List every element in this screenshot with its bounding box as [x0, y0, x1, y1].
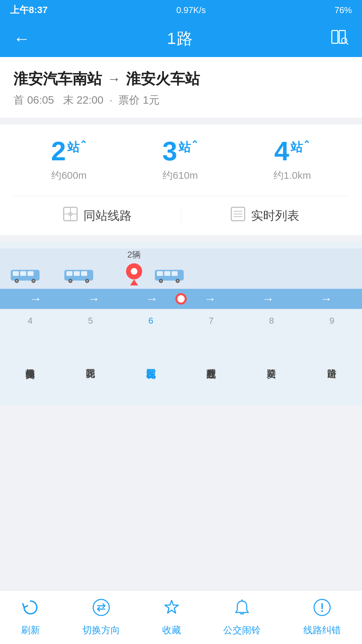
status-network: 0.97K/s [176, 5, 206, 15]
bus-count-badge: 2辆 [127, 249, 141, 261]
svg-marker-30 [130, 279, 138, 285]
nav-bus-alarm[interactable]: 公交闹铃 [223, 598, 261, 637]
stop-number-9: 9 [329, 316, 334, 326]
switch-direction-label: 切换方向 [82, 624, 120, 637]
svg-point-27 [86, 280, 88, 282]
arrow-5: → [262, 292, 274, 306]
stop-name-7: 苏北航务管理处 [204, 328, 218, 395]
arrow-6: → [320, 292, 332, 306]
nav-switch-direction[interactable]: 切换方向 [82, 598, 120, 637]
arrow-3: → [146, 292, 158, 306]
nav-report-error[interactable]: 线路纠错 [303, 598, 341, 637]
favorite-icon [163, 598, 181, 621]
arrow-4: → [204, 292, 216, 306]
stop-name-8: 延安路 [265, 328, 278, 395]
svg-rect-13 [13, 271, 19, 276]
svg-point-38 [177, 280, 179, 282]
bus-count-distance-2: 约610m [163, 169, 198, 182]
route-to: 淮安火车站 [126, 69, 200, 89]
bus-card: 2站⌃ 约600m 3站⌃ 约610m 4站⌃ 约1.0km [0, 124, 362, 235]
svg-point-29 [131, 268, 137, 275]
arrow-2: → [88, 292, 100, 306]
stop-number-8: 8 [269, 316, 274, 326]
report-error-label: 线路纠错 [303, 624, 341, 637]
refresh-label: 刷新 [21, 624, 40, 637]
route-from: 淮安汽车南站 [13, 69, 102, 89]
stop-name-4: 公交城南停保场 [23, 328, 37, 395]
svg-marker-40 [165, 600, 178, 613]
map-icon[interactable] [330, 28, 349, 50]
route-info: 淮安汽车南站 → 淮安火车站 首 06:05 末 22:00 · 票价 1元 [0, 57, 362, 118]
svg-rect-21 [66, 271, 72, 276]
route-meta: 首 06:05 末 22:00 · 票价 1元 [13, 93, 349, 108]
back-button[interactable]: ← [13, 29, 30, 48]
bus-alarm-label: 公交闹铃 [223, 624, 261, 637]
svg-rect-34 [172, 271, 178, 276]
svg-line-3 [346, 43, 348, 44]
refresh-icon [21, 598, 40, 621]
quick-actions: 同站线路 实时列表 [13, 196, 349, 235]
bus-icon-3 [154, 266, 184, 285]
svg-point-39 [93, 599, 109, 615]
svg-rect-15 [27, 271, 34, 276]
bus-icon-1 [10, 266, 40, 285]
bus-count-item-3[interactable]: 4站⌃ 约1.0km [274, 138, 311, 182]
bus-icon-2 [64, 266, 94, 285]
route-direction-arrow: → [107, 71, 121, 87]
bus-count-distance-3: 约1.0km [274, 169, 311, 182]
bus-count-distance-1: 约600m [51, 169, 86, 182]
header: ← 1路 [0, 20, 362, 57]
bus-count-item-1[interactable]: 2站⌃ 约600m [51, 138, 87, 182]
svg-point-45 [321, 610, 323, 612]
bus-count-row: 2站⌃ 约600m 3站⌃ 约610m 4站⌃ 约1.0km [13, 138, 349, 196]
favorite-label: 收藏 [162, 624, 181, 637]
stop-number-6: 6 [148, 316, 153, 326]
nav-favorite[interactable]: 收藏 [162, 598, 181, 637]
stop-item-8[interactable]: 8 延安路 [241, 316, 302, 395]
svg-rect-1 [339, 31, 345, 43]
arrow-1: → [30, 292, 42, 306]
stops-row: 4 公交城南停保场 5 明光花园 6 柯山花园 7 苏北航务管理处 8 延安路 … [0, 309, 362, 405]
svg-point-25 [69, 280, 71, 282]
bus-count-item-2[interactable]: 3站⌃ 约610m [162, 138, 198, 182]
svg-point-17 [16, 280, 18, 282]
same-station-routes-button[interactable]: 同站线路 [13, 206, 181, 225]
current-stop-dot [175, 293, 187, 305]
bus-track: 2辆 → → → [0, 242, 362, 405]
same-station-label: 同站线路 [83, 208, 132, 224]
svg-rect-14 [20, 271, 26, 276]
stop-item-6[interactable]: 6 柯山花园 [121, 316, 181, 395]
current-stop-pin: 2辆 [124, 249, 144, 289]
status-time: 上午8:37 [10, 4, 48, 16]
svg-rect-32 [157, 271, 163, 276]
route-direction: 淮安汽车南站 → 淮安火车站 [13, 69, 349, 89]
stop-item-4[interactable]: 4 公交城南停保场 [0, 316, 60, 395]
svg-point-36 [160, 280, 162, 282]
bus-count-number-1: 2站⌃ [51, 138, 87, 165]
nav-refresh[interactable]: 刷新 [21, 598, 40, 637]
route-line: → → → → → → [0, 289, 362, 309]
stop-number-5: 5 [88, 316, 93, 326]
bus-count-number-3: 4站⌃ [274, 138, 310, 165]
bottom-nav: 刷新 切换方向 收藏 [0, 590, 362, 644]
realtime-list-button[interactable]: 实时列表 [181, 206, 349, 225]
stop-name-5: 明光花园 [84, 328, 97, 395]
stop-item-7[interactable]: 7 苏北航务管理处 [181, 316, 241, 395]
bus-count-number-2: 3站⌃ [162, 138, 198, 165]
ticket-price: 票价 1元 [118, 94, 160, 106]
svg-rect-33 [164, 271, 170, 276]
stop-name-9: 前进路 [325, 328, 338, 395]
last-bus: 末 22:00 [63, 94, 104, 106]
first-bus: 首 06:05 [13, 94, 54, 106]
svg-point-19 [33, 280, 35, 282]
stop-item-9[interactable]: 9 前进路 [302, 316, 362, 395]
battery-level: 76% [335, 5, 352, 15]
switch-direction-icon [92, 598, 110, 621]
stop-item-5[interactable]: 5 明光花园 [60, 316, 121, 395]
svg-rect-23 [81, 271, 87, 276]
realtime-list-label: 实时列表 [251, 208, 299, 224]
stop-number-4: 4 [28, 316, 33, 326]
route-title: 1路 [167, 28, 193, 49]
same-station-icon [63, 206, 78, 225]
realtime-list-icon [230, 206, 246, 225]
